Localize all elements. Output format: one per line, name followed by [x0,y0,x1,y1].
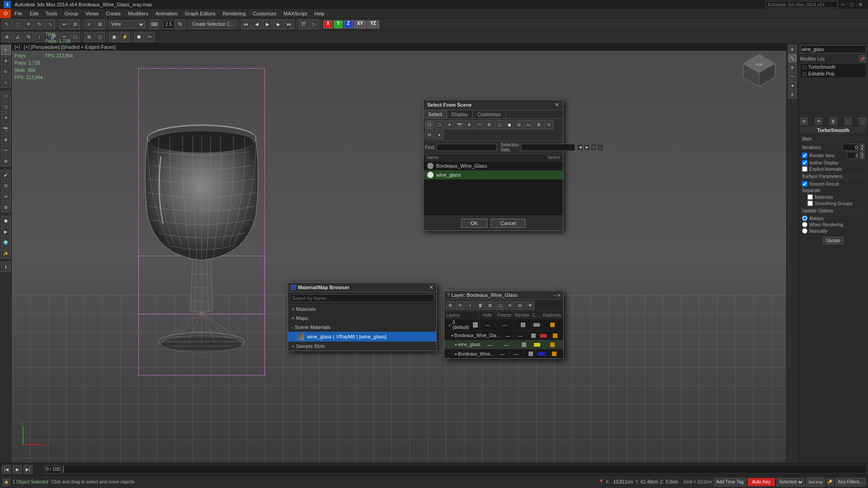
menu-maxscript[interactable]: MAXScript [280,9,311,18]
explicit-normals-checkbox[interactable] [802,166,807,172]
render-iters-up[interactable]: ▲ [860,152,864,155]
mat-scene-materials-section[interactable]: - Scene Materials [288,323,436,332]
mod-down-btn[interactable]: ↓ [859,117,866,125]
dialog-tab-display[interactable]: Display [447,110,473,118]
nav-cube[interactable]: TOP [741,52,777,89]
layer-row-bordeaux[interactable]: ▸ Bordeaux_Wine_Gla... — — [444,331,563,340]
x-axis-btn[interactable]: X [323,20,333,28]
left-align-btn[interactable]: ⊟ [1,181,11,191]
layer-manager-btn[interactable]: ≡ [84,19,94,29]
mat-browser-close-btn[interactable]: ✕ [429,284,434,291]
layer-show-btn[interactable]: 👁 [525,301,534,310]
modifier-editable-poly[interactable]: ⬡ Editable Poly [801,70,866,77]
left-select-btn[interactable]: ↖ [1,45,11,55]
bind-btn[interactable]: ⬡ [70,32,80,42]
layer-settings-btn[interactable]: ⚙ [446,301,455,310]
layer-render-default[interactable] [514,323,532,327]
layer-properties-btn[interactable]: ⊟ [515,301,524,310]
left-info-btn[interactable]: ℹ [1,262,11,272]
search-input[interactable] [765,1,838,8]
left-helpers-btn[interactable]: ⊕ [1,135,11,145]
hierarchy-panel-btn[interactable]: ⊞ [788,63,797,71]
mat-sample-slots-section[interactable]: + Sample Slots [288,342,436,351]
object-name-input[interactable] [800,45,866,53]
layer-render-bordeaux[interactable] [527,333,540,338]
layer-color-default[interactable] [532,323,541,327]
maximize-btn[interactable]: □ [848,2,855,7]
filter-all-btn[interactable]: ◻ [495,120,504,129]
close-btn[interactable]: ✕ [857,2,864,8]
left-shapes-btn[interactable]: ⬠ [1,102,11,112]
filter-invert-btn[interactable]: ⊟ [514,120,524,129]
layer-freeze-wineglass[interactable]: — [497,342,515,347]
filter-helpers-btn[interactable]: ⊕ [465,120,474,129]
render-iters-input[interactable] [847,152,858,159]
layer-add-btn[interactable]: + [466,301,475,310]
filter-geometry-btn[interactable]: ⬡ [425,120,434,129]
layer-dialog-title-bar[interactable]: ? Layer: Bordeaux_Wine_Glass ─ ✕ [444,291,563,300]
anim-prev-frame-btn[interactable]: ◀ [252,19,262,29]
sort-by-name-btn[interactable]: A↓ [524,120,533,129]
layer-color-wineglass[interactable] [533,343,541,347]
utilities-panel-btn[interactable]: ⚙ [788,90,797,99]
left-geometry-btn[interactable]: ⬡ [1,91,11,101]
layer-freeze-default[interactable]: — [495,322,514,328]
layer-hide-default[interactable]: — [480,322,495,328]
layer-render-wineglass[interactable] [515,343,533,347]
key-icon-btn[interactable]: 🔑 [826,479,834,486]
menu-graph-editors[interactable]: Graph Editors [181,9,219,18]
smoothing-groups-checkbox[interactable] [807,201,813,206]
auto-key-btn[interactable]: Auto Key [748,478,775,486]
sel-sets-btn4[interactable]: - [597,144,604,151]
quick-render-btn[interactable]: ⚡ [120,32,130,42]
filter-spacewarps-btn[interactable]: 〜 [475,120,484,129]
layer-radiosity-wineglass[interactable] [542,343,564,347]
left-environment-btn[interactable]: 🌍 [1,238,11,248]
mirror-btn[interactable]: ⇔ [59,19,69,29]
snap-btn[interactable]: % [175,19,185,29]
iterations-down[interactable]: ▼ [860,147,864,151]
select-filter-btn[interactable]: ⊞ [84,32,94,42]
mod-settings-btn[interactable]: ⚙ [800,117,807,125]
modifier-pin-btn[interactable]: 📌 [859,55,866,62]
menu-customize[interactable]: Customize [249,9,280,18]
layer-radiosity-default[interactable] [541,323,563,327]
iterations-input[interactable] [842,144,858,151]
z-axis-btn[interactable]: Z [344,20,353,28]
curve-editor-btn[interactable]: 〜 [145,32,155,42]
left-move-btn[interactable]: ✛ [1,56,11,66]
align-btn[interactable]: ⊟ [70,19,80,29]
layer-merge-btn[interactable]: ⊞ [486,301,495,310]
manually-radio[interactable] [802,228,807,234]
column-headers-btn[interactable]: ⊟ [425,130,434,139]
left-spacewarps-btn[interactable]: 〜 [1,145,11,155]
left-render-btn[interactable]: ▶ [1,227,11,237]
menu-tools[interactable]: Tools [42,9,61,18]
filter-none-btn[interactable]: ◼ [505,120,514,129]
sort-options-btn[interactable]: ⊞ [534,120,543,129]
mat-materials-section[interactable]: + Materials [288,305,436,314]
left-scale-btn[interactable]: ⤡ [1,78,11,88]
angle-snap-btn[interactable]: ∠ [13,32,23,42]
spinner-snap-btn[interactable]: ↕ [34,32,44,42]
selected-dropdown[interactable]: Selected [777,478,804,486]
layer-radiosity-bordeaux[interactable] [547,333,563,338]
layer-hide-wineglass[interactable]: — [482,342,497,347]
render-frame-btn[interactable]: ▣ [109,32,119,42]
layer-row-bordeaux2[interactable]: ▸ Bordeaux_Wine... — — [444,349,563,358]
filter-shapes-btn[interactable]: ⬠ [435,120,444,129]
layer-freeze-bordeaux[interactable]: — [513,333,526,338]
dialog-close-btn[interactable]: ✕ [555,102,559,108]
render-btn[interactable]: ▷ [309,19,319,29]
mat-item-wineglass[interactable]: wine_glass ( VRayMtl ) [wine_glass] [288,332,436,342]
layer-highlight-btn[interactable]: ☀ [505,301,514,310]
create-selection-btn[interactable]: Create Selection C... [189,20,237,29]
unlink-btn[interactable]: ✂ [59,32,69,42]
anim-prev-kf-btn[interactable]: |◀ [2,465,11,474]
when-rendering-radio[interactable] [802,222,807,227]
menu-help[interactable]: Help [311,9,328,18]
percent-snap-btn[interactable]: % [24,32,33,42]
dialog-tab-customize[interactable]: Customize [473,110,506,118]
main-section-header[interactable]: Main [800,136,866,142]
add-time-tag-btn[interactable]: Add Time Tag [714,478,746,486]
